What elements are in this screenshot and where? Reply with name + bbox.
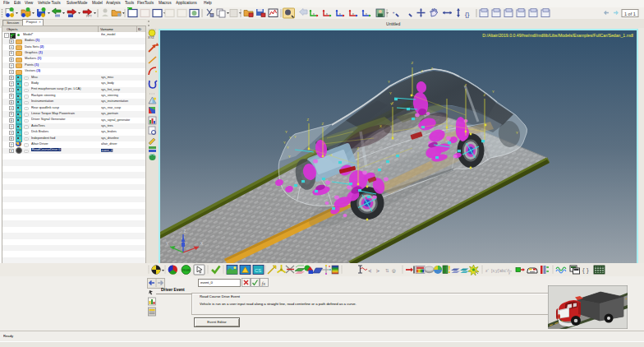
svg-text:Z: Z: [484, 93, 486, 97]
svg-text:x': x': [485, 268, 490, 273]
svg-text:Y: Y: [492, 90, 494, 94]
svg-text:Y: Y: [294, 135, 297, 139]
svg-text:Z: Z: [184, 229, 186, 234]
svg-text:Y: Y: [288, 155, 291, 159]
svg-text:Y: Y: [289, 136, 292, 140]
svg-text:x: x: [313, 12, 315, 16]
svg-text:CS: CS: [255, 268, 261, 273]
svg-text:RGB: RGB: [182, 268, 190, 272]
svg-text:{}: {}: [465, 11, 470, 18]
svg-text:◂|: ◂|: [368, 268, 371, 273]
svg-text:Y: Y: [283, 141, 286, 145]
svg-text:1 of 1: 1 of 1: [624, 12, 636, 16]
svg-text:x: x: [339, 12, 341, 16]
svg-text:Z: Z: [307, 118, 310, 122]
svg-text:Y: Y: [389, 91, 392, 95]
svg-text:X: X: [380, 124, 382, 128]
svg-text:'abc': 'abc': [499, 268, 507, 273]
svg-text:x: x: [326, 12, 328, 16]
svg-text:Y: Y: [390, 102, 393, 106]
svg-text:Z: Z: [322, 122, 324, 126]
svg-text:x: x: [366, 12, 367, 16]
svg-text:PPT: PPT: [86, 15, 93, 18]
svg-text:D:/Altair/2019.0.0.49/hw/mdl/m: D:/Altair/2019.0.0.49/hw/mdl/mdllib/Libs…: [482, 33, 633, 38]
svg-text:XYZ: XYZ: [148, 35, 154, 39]
svg-text:fx: fx: [262, 280, 266, 286]
svg-text:⇅: ⇅: [385, 268, 389, 273]
svg-text:◎: ◎: [392, 268, 396, 273]
svg-text:Y: Y: [388, 80, 390, 84]
svg-text:Z: Z: [465, 83, 467, 87]
svg-text:|▸: |▸: [376, 268, 380, 273]
svg-text:Y: Y: [516, 131, 518, 135]
svg-text:Z: Z: [431, 67, 434, 71]
svg-text:Z: Z: [357, 146, 360, 150]
svg-text:Z: Z: [421, 69, 424, 73]
svg-text:+: +: [393, 11, 395, 15]
svg-text:Y: Y: [287, 146, 289, 150]
svg-text:x: x: [352, 12, 354, 16]
svg-text:Z: Z: [412, 61, 414, 65]
svg-text:Y: Y: [285, 130, 288, 134]
svg-text:{ }: { }: [582, 266, 589, 274]
